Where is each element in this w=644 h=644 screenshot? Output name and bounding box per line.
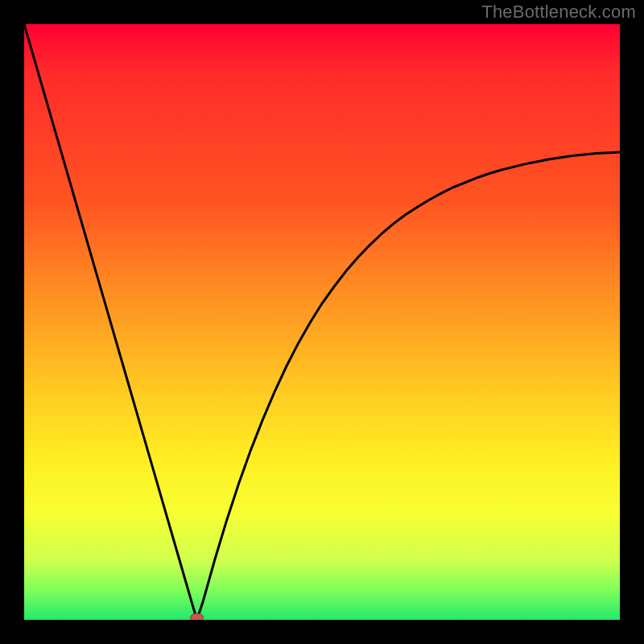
chart-frame: TheBottleneck.com	[0, 0, 644, 644]
plot-area	[24, 24, 620, 620]
svg-point-0	[191, 613, 204, 620]
bottleneck-curve	[24, 24, 620, 620]
watermark-text: TheBottleneck.com	[481, 2, 636, 23]
